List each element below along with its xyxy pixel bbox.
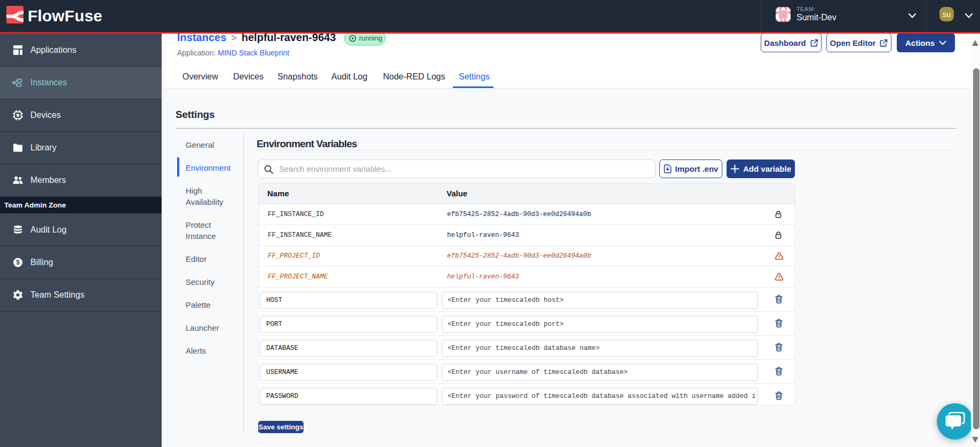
- svg-text:$: $: [16, 259, 20, 266]
